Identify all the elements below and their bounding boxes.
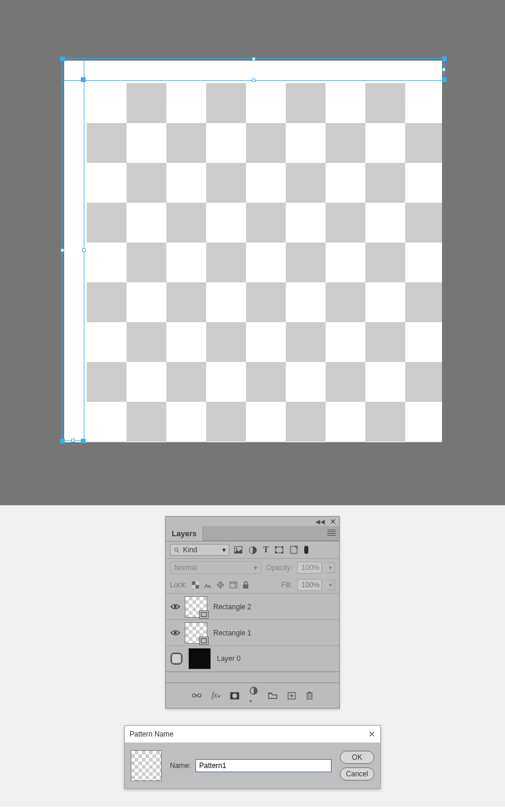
dialog-titlebar[interactable]: Pattern Name ✕	[125, 726, 380, 743]
blend-mode-dropdown[interactable]: Normal ▾	[170, 561, 261, 574]
transform-handle[interactable]	[442, 56, 447, 61]
selection-rectangle-2[interactable]	[62, 58, 444, 81]
filter-pixel-icon[interactable]	[234, 546, 242, 553]
fill-stepper[interactable]: ▾	[327, 580, 335, 590]
pattern-name-dialog: Pattern Name ✕ Name: OK Cancel	[124, 725, 381, 789]
panels-area: ◀◀ ✕ Layers Kind ▾	[0, 505, 505, 807]
dialog-title: Pattern Name	[130, 730, 173, 738]
transform-handle[interactable]	[442, 77, 447, 82]
lock-artboard-icon[interactable]	[229, 581, 238, 588]
opacity-label: Opacity:	[266, 564, 292, 572]
svg-point-19	[174, 605, 177, 608]
layer-list-empty	[166, 672, 339, 682]
blend-opacity-row: Normal ▾ Opacity: 100% ▾	[166, 558, 339, 577]
selection-rectangle-1[interactable]	[62, 58, 84, 441]
transform-handle[interactable]	[60, 56, 65, 61]
layer-thumbnail[interactable]	[185, 596, 207, 618]
layer-filter-row: Kind ▾ T	[166, 542, 339, 558]
opacity-stepper[interactable]: ▾	[327, 562, 335, 573]
search-icon	[173, 547, 180, 553]
blend-mode-value: Normal	[174, 564, 197, 572]
transparency-grid	[87, 83, 442, 442]
panel-menu-icon[interactable]	[327, 530, 336, 536]
panel-tabs: Layers	[166, 526, 339, 542]
tab-layers[interactable]: Layers	[166, 526, 203, 541]
tab-spacer	[203, 526, 339, 541]
filter-toggle-switch[interactable]	[304, 546, 308, 554]
vector-mask-badge-icon	[199, 637, 209, 645]
svg-rect-8	[275, 552, 277, 553]
lock-label: Lock:	[170, 581, 187, 589]
svg-rect-11	[192, 581, 195, 585]
layer-row[interactable]: Rectangle 2	[166, 593, 339, 619]
transform-handle[interactable]	[252, 57, 255, 61]
visibility-toggle-icon[interactable]	[171, 653, 182, 665]
layer-name[interactable]: Layer 0	[217, 654, 241, 663]
new-layer-icon[interactable]	[288, 692, 296, 700]
transform-handle[interactable]	[81, 77, 86, 82]
filter-shape-icon[interactable]	[275, 546, 283, 553]
close-icon[interactable]: ✕	[330, 517, 336, 526]
svg-rect-12	[195, 585, 199, 588]
pattern-name-input[interactable]	[195, 759, 332, 772]
transform-handle[interactable]	[60, 439, 65, 443]
cancel-button[interactable]: Cancel	[340, 767, 374, 780]
layers-panel-footer: fx▾ ▾	[166, 682, 339, 708]
filter-type-icon[interactable]: T	[263, 545, 269, 555]
svg-point-3	[236, 548, 238, 550]
filter-smartobject-icon[interactable]	[290, 546, 298, 554]
svg-rect-7	[282, 546, 283, 548]
lock-position-icon[interactable]	[216, 581, 225, 589]
transform-handle[interactable]	[81, 439, 86, 443]
svg-rect-30	[307, 693, 312, 699]
svg-rect-13	[195, 581, 199, 585]
canvas-workspace[interactable]	[0, 0, 505, 505]
svg-point-0	[175, 547, 178, 551]
vector-mask-badge-icon	[199, 610, 209, 619]
visibility-toggle-icon[interactable]	[171, 603, 179, 610]
dialog-body: Name: OK Cancel	[125, 743, 380, 788]
layer-name[interactable]: Rectangle 2	[213, 603, 251, 611]
new-group-icon[interactable]	[268, 692, 277, 699]
ok-button[interactable]: OK	[340, 751, 374, 764]
filter-adjustment-icon[interactable]	[249, 546, 257, 554]
delete-layer-icon[interactable]	[306, 691, 313, 700]
layer-thumbnail[interactable]	[185, 622, 207, 644]
fill-input[interactable]: 100%	[297, 579, 322, 591]
opacity-input[interactable]: 100%	[297, 562, 322, 574]
svg-line-1	[178, 550, 179, 552]
visibility-toggle-icon[interactable]	[171, 630, 179, 636]
link-layers-icon[interactable]	[192, 693, 201, 698]
chevron-down-icon: ▾	[254, 564, 257, 572]
filter-kind-label: Kind	[183, 546, 197, 554]
collapse-icon[interactable]: ◀◀	[315, 518, 325, 525]
layer-thumbnail[interactable]	[188, 648, 211, 669]
lock-fill-row: Lock: Fill: 100% ▾	[166, 577, 339, 593]
lock-image-icon[interactable]	[204, 581, 212, 589]
layer-row[interactable]: Rectangle 1	[166, 619, 339, 646]
layer-list: Rectangle 2 Rectangle 1 Layer 0	[166, 593, 339, 672]
lock-all-icon[interactable]	[242, 581, 249, 589]
chevron-down-icon: ▾	[222, 546, 226, 554]
svg-rect-6	[275, 546, 277, 548]
transform-handle[interactable]	[252, 78, 255, 82]
add-mask-icon[interactable]	[230, 692, 239, 700]
transform-handle[interactable]	[71, 439, 75, 442]
layer-style-icon[interactable]: fx▾	[212, 691, 220, 700]
button-label: OK	[352, 753, 362, 761]
new-adjustment-layer-icon[interactable]: ▾	[250, 687, 258, 704]
lock-transparency-icon[interactable]	[192, 581, 199, 588]
svg-rect-18	[243, 584, 248, 588]
layer-row[interactable]: Layer 0	[166, 646, 339, 672]
filter-type-icons: T	[234, 545, 308, 555]
filter-kind-dropdown[interactable]: Kind ▾	[170, 544, 229, 556]
close-icon[interactable]: ✕	[368, 729, 375, 739]
tab-label: Layers	[172, 529, 197, 538]
pattern-preview-swatch	[131, 750, 162, 781]
transform-handle[interactable]	[82, 248, 86, 252]
transform-handle[interactable]	[61, 248, 64, 252]
layer-name[interactable]: Rectangle 1	[213, 629, 251, 637]
button-label: Cancel	[346, 770, 368, 778]
document-canvas[interactable]	[64, 61, 442, 442]
transform-handle[interactable]	[442, 68, 446, 71]
